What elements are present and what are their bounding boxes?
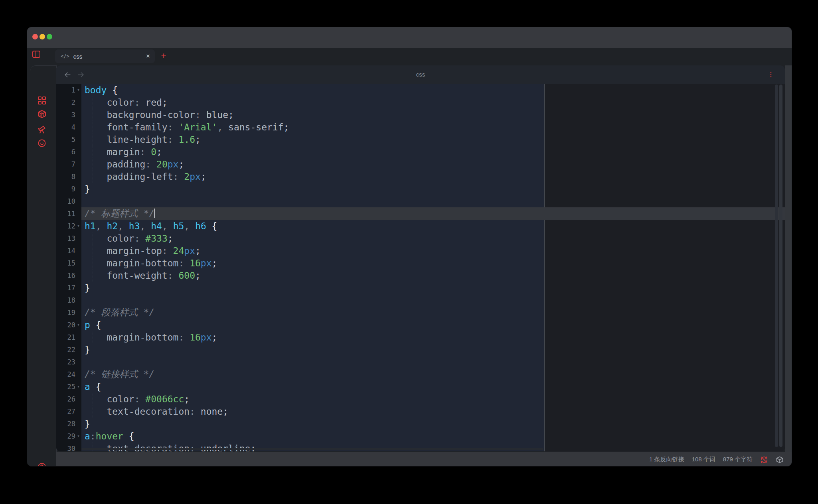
backlinks-count[interactable]: 1 条反向链接 — [649, 456, 684, 463]
code-token: blue — [206, 110, 228, 120]
editor-scrollbar[interactable] — [775, 85, 778, 447]
traffic-light-close-button[interactable] — [32, 34, 38, 39]
code-text: margin: 0; — [81, 147, 162, 157]
line-number: 27 — [56, 408, 75, 415]
editor-content[interactable]: 1▾body {2 color: red;3 background-color:… — [56, 84, 785, 451]
tab-close-icon[interactable]: × — [146, 52, 150, 60]
code-token: 0 — [151, 147, 156, 157]
code-token: , — [118, 221, 129, 231]
code-line[interactable]: 21 margin-bottom: 16px; — [56, 331, 785, 343]
code-line[interactable]: 14 margin-top: 24px; — [56, 244, 785, 257]
line-number: 24 — [56, 370, 75, 378]
code-line[interactable]: 26 color: #0066cc; — [56, 393, 785, 405]
code-line[interactable]: 23 — [56, 356, 785, 368]
traffic-light-minimize-button[interactable] — [40, 34, 45, 39]
indent-guide — [93, 96, 93, 108]
smiley-icon[interactable] — [37, 138, 47, 148]
layout-grid-icon[interactable] — [37, 96, 47, 105]
code-token — [85, 110, 107, 120]
code-line[interactable]: 4 font-family: 'Arial', sans-serif; — [56, 121, 785, 133]
code-line[interactable]: 10 — [56, 195, 785, 207]
indent-guide — [93, 393, 93, 405]
tab-css[interactable]: </> css × — [55, 49, 155, 63]
sync-off-icon[interactable] — [760, 456, 768, 464]
fold-icon[interactable]: ▾ — [75, 433, 81, 439]
horizontal-scrollbar[interactable] — [81, 448, 543, 450]
dice-cube-icon[interactable] — [37, 109, 47, 119]
graph-cube-icon[interactable] — [776, 456, 784, 464]
fold-icon[interactable]: ▾ — [75, 322, 81, 327]
code-line[interactable]: 5 line-height: 1.6; — [56, 133, 785, 146]
line-number: 29 — [56, 432, 75, 440]
code-token: : — [162, 246, 168, 256]
code-line[interactable]: 22} — [56, 343, 785, 356]
code-token: : — [190, 406, 195, 417]
code-token: px — [190, 171, 201, 182]
code-token: color — [107, 97, 134, 108]
code-token — [90, 382, 96, 392]
code-token: red — [145, 97, 162, 108]
fold-icon[interactable]: ▾ — [75, 87, 81, 93]
editor-pane: css 1▾body {2 color: red;3 background-co… — [56, 65, 785, 451]
code-token: margin — [107, 147, 140, 157]
note-title: css — [56, 65, 785, 84]
line-number: 7 — [56, 160, 75, 168]
code-line[interactable]: 18 — [56, 294, 785, 306]
line-number: 19 — [56, 309, 75, 317]
line-number: 25 — [56, 383, 75, 391]
new-tab-button[interactable]: + — [159, 51, 168, 61]
code-line[interactable]: 16 font-weight: 600; — [56, 269, 785, 282]
code-line[interactable]: 13 color: #333; — [56, 232, 785, 244]
code-token — [85, 159, 107, 169]
code-token: 600 — [178, 270, 195, 281]
code-line[interactable]: 25▾a { — [56, 380, 785, 393]
code-line[interactable]: 1▾body { — [56, 84, 785, 96]
code-line[interactable]: 28} — [56, 417, 785, 430]
help-circle-icon[interactable] — [37, 462, 47, 467]
code-token: sans-serif — [223, 122, 283, 132]
code-line[interactable]: 11/* 标题样式 */ — [56, 207, 785, 220]
code-token: margin-bottom — [107, 258, 178, 268]
code-line[interactable]: 29▾a:hover { — [56, 430, 785, 442]
code-line[interactable]: 2 color: red; — [56, 96, 785, 108]
code-token: hover — [96, 431, 123, 441]
code-token — [85, 122, 107, 132]
more-options-icon[interactable] — [767, 71, 775, 79]
code-line[interactable]: 7 padding: 20px; — [56, 158, 785, 170]
code-line[interactable]: 3 background-color: blue; — [56, 108, 785, 121]
code-line[interactable]: 15 margin-bottom: 16px; — [56, 257, 785, 269]
indent-guide — [93, 133, 93, 146]
code-line[interactable]: 8 padding-left: 2px; — [56, 170, 785, 183]
code-line[interactable]: 12▾h1, h2, h3, h4, h5, h6 { — [56, 220, 785, 232]
tab-label: css — [73, 53, 83, 60]
line-number: 16 — [56, 272, 75, 280]
code-token — [168, 246, 173, 256]
line-number: 14 — [56, 247, 75, 255]
traffic-light-zoom-button[interactable] — [47, 34, 52, 39]
code-token: font-weight — [107, 270, 167, 281]
telescope-icon[interactable] — [37, 124, 47, 134]
code-line[interactable]: 19/* 段落样式 */ — [56, 306, 785, 319]
left-sidebar-toggle-icon[interactable] — [32, 49, 41, 59]
code-text: margin-top: 24px; — [81, 246, 201, 256]
code-line[interactable]: 9} — [56, 183, 785, 195]
code-line[interactable]: 24/* 链接样式 */ — [56, 368, 785, 380]
left-ribbon — [30, 65, 57, 467]
line-number: 30 — [56, 445, 75, 452]
fold-icon[interactable]: ▾ — [75, 384, 81, 389]
code-text: a:hover { — [81, 431, 134, 441]
code-token: px — [201, 332, 212, 343]
code-line[interactable]: 17} — [56, 282, 785, 294]
fold-icon[interactable]: ▾ — [75, 223, 81, 228]
code-token: : — [178, 332, 184, 343]
code-token: , — [217, 122, 223, 132]
code-token: { — [129, 431, 134, 441]
code-line[interactable]: 27 text-decoration: none; — [56, 405, 785, 417]
code-line[interactable]: 20▾p { — [56, 319, 785, 331]
status-bar: 1 条反向链接 108 个词 879 个字符 — [56, 452, 792, 467]
titlebar[interactable] — [27, 27, 792, 48]
code-token: } — [85, 345, 90, 355]
code-token: , — [96, 221, 107, 231]
pane-scrollbar[interactable] — [779, 85, 782, 447]
code-line[interactable]: 6 margin: 0; — [56, 146, 785, 158]
